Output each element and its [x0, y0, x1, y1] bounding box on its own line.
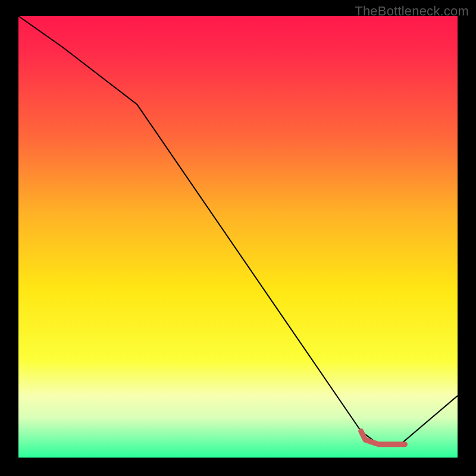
chart-frame: TheBottleneck.com [0, 0, 476, 476]
bottleneck-chart [0, 0, 476, 476]
watermark-text: TheBottleneck.com [355, 4, 469, 19]
gradient-background [18, 16, 458, 458]
